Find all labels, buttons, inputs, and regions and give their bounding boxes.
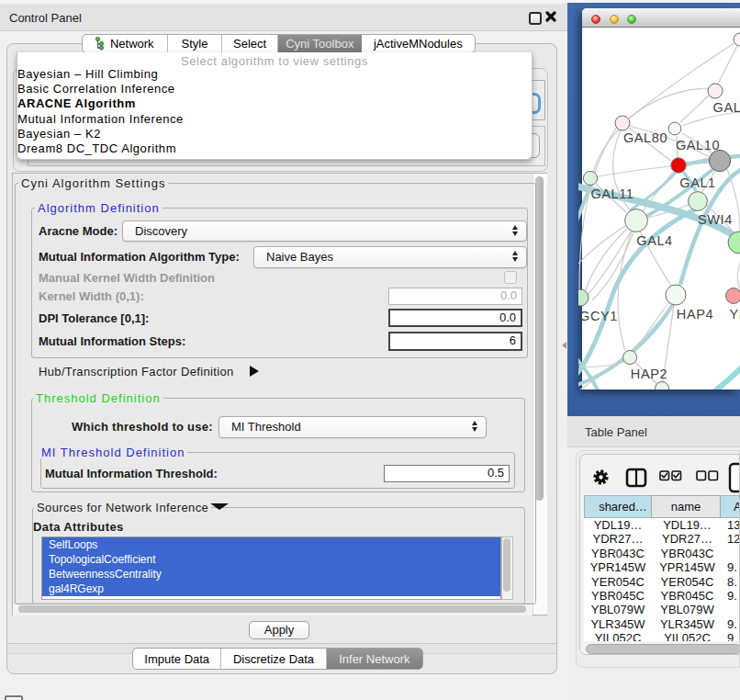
svg-text:GAL1: GAL1 [679,175,715,190]
svg-text:GAL11: GAL11 [590,186,633,201]
svg-text:HAP4: HAP4 [677,307,713,322]
svg-text:GAL4: GAL4 [636,233,672,248]
svg-text:GAL: GAL [713,100,740,115]
svg-text:GAL80: GAL80 [623,130,667,145]
svg-text:SWI4: SWI4 [698,212,733,227]
svg-text:GCY1: GCY1 [579,309,618,323]
svg-text:HAP2: HAP2 [631,367,667,381]
svg-text:GAL10: GAL10 [676,138,720,152]
svg-text:YM: YM [730,307,740,322]
